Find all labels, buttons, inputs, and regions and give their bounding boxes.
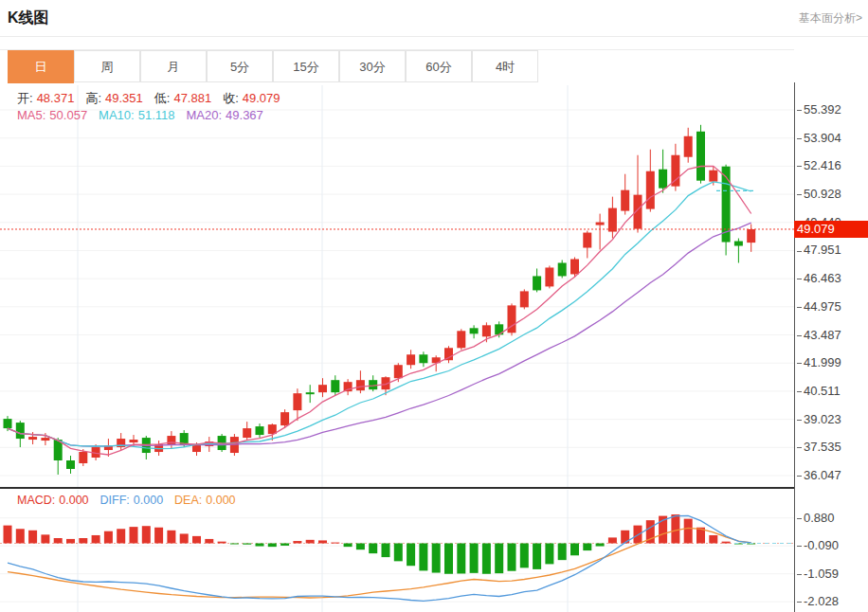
y-tick-label: 41.999 <box>797 355 841 369</box>
y-tick-label: -1.059 <box>797 567 839 581</box>
legend-value: 0.000 <box>59 494 88 507</box>
fundamental-analysis-link[interactable]: 基本面分析> <box>799 10 862 27</box>
legend-value: 48.371 <box>37 91 75 105</box>
legend-value: 49.367 <box>226 108 263 122</box>
legend-value: 0.000 <box>206 494 235 507</box>
legend-value: 51.118 <box>138 108 175 122</box>
y-tick-label: 46.463 <box>797 271 841 285</box>
tab-day[interactable]: 日 <box>8 50 74 83</box>
tab-15min[interactable]: 15分 <box>273 50 339 82</box>
right-axis-line <box>794 82 795 612</box>
period-tab-bar: 日周月5分15分30分60分4时 <box>0 49 794 83</box>
tab-30min[interactable]: 30分 <box>339 50 406 82</box>
y-tick-label: 37.535 <box>797 440 841 454</box>
kline-chart[interactable] <box>0 85 794 488</box>
legend-value: 47.881 <box>173 91 211 105</box>
legend-value: 49.079 <box>243 91 280 105</box>
ohlc-legend: 开:48.371高:49.351低:47.881收:49.079 <box>17 90 292 107</box>
y-tick-label: 40.511 <box>797 384 841 398</box>
legend-label: MA5: <box>17 108 45 122</box>
legend-label: MA20: <box>186 108 222 122</box>
legend-value: 49.351 <box>105 91 143 105</box>
y-tick-label: 55.392 <box>797 102 841 117</box>
pane-divider <box>0 487 794 489</box>
y-tick-label: 39.023 <box>797 412 841 426</box>
header: K线图 基本面分析> <box>0 0 868 37</box>
y-tick-label: 43.487 <box>797 328 841 342</box>
y-tick-label: -2.028 <box>797 594 839 608</box>
legend-label: DEA: <box>174 494 202 507</box>
page-title: K线图 <box>8 9 49 28</box>
y-tick-label: -0.090 <box>797 538 839 552</box>
legend-label: MA10: <box>99 108 135 122</box>
tab-4hour[interactable]: 4时 <box>472 50 538 82</box>
legend-value: 0.000 <box>134 494 163 507</box>
ma-legend: MA5:50.057MA10:51.118MA20:49.367 <box>17 108 275 122</box>
y-tick-label: 50.928 <box>797 187 841 201</box>
y-tick-label: 52.416 <box>797 158 841 172</box>
legend-value: 50.057 <box>49 108 87 122</box>
candles <box>4 125 756 475</box>
y-tick-label: 44.975 <box>797 299 841 314</box>
legend-label: 低: <box>154 91 171 105</box>
tab-60min[interactable]: 60分 <box>406 50 472 82</box>
y-tick-label: 0.880 <box>797 511 835 525</box>
tab-month[interactable]: 月 <box>140 50 207 82</box>
legend-label: 开: <box>17 91 33 105</box>
grid <box>0 85 794 488</box>
macd-legend: MACD:0.000DIFF:0.000DEA:0.000 <box>17 494 247 507</box>
last-price-tag: 49.079 <box>794 221 868 238</box>
tab-week[interactable]: 周 <box>74 50 140 82</box>
y-tick-label: 47.951 <box>797 243 841 257</box>
y-tick-label: 53.904 <box>797 131 841 145</box>
legend-label: 高: <box>85 91 101 105</box>
legend-label: 收: <box>223 91 239 105</box>
legend-label: DIFF: <box>100 494 130 507</box>
macd-histogram <box>4 514 756 574</box>
macd-chart[interactable] <box>0 490 794 612</box>
legend-label: MACD: <box>17 494 55 507</box>
y-tick-label: 36.047 <box>797 468 841 482</box>
kline-widget: K线图 基本面分析> 日周月5分15分30分60分4时 开:48.371高:49… <box>0 0 868 612</box>
tab-5min[interactable]: 5分 <box>207 50 273 82</box>
